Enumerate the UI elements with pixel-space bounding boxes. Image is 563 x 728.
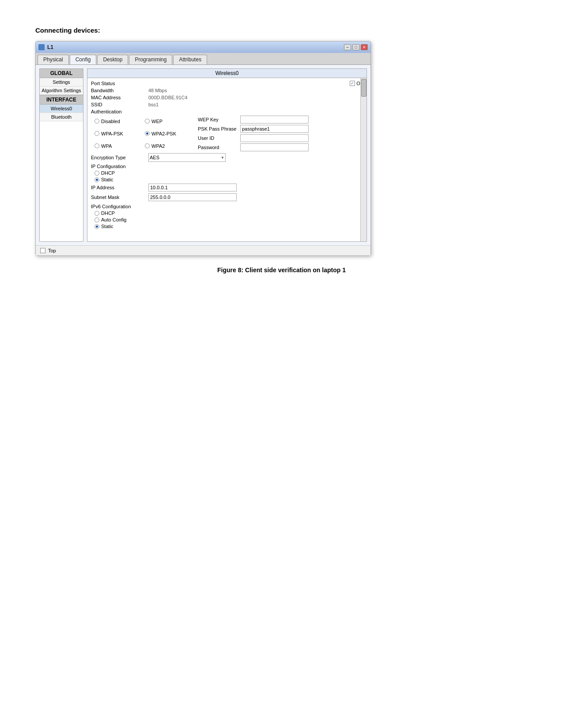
window-title: L1 — [47, 44, 53, 50]
close-button[interactable]: ✕ — [361, 44, 368, 50]
sidebar-item-algorithm-settings[interactable]: Algorithm Settings — [40, 86, 83, 95]
sidebar-item-settings[interactable]: Settings — [40, 78, 83, 86]
mac-address-row: MAC Address 000D.BDBE.91C4 — [91, 95, 363, 100]
tab-desktop[interactable]: Desktop — [97, 55, 128, 64]
radio-wpa-psk[interactable]: WPA-PSK — [94, 128, 143, 139]
ipv6-autoconfig-label: Auto Config — [101, 217, 126, 222]
radio-wpa-circle[interactable] — [94, 143, 99, 148]
psk-pass-phrase-label: PSK Pass Phrase — [198, 126, 238, 131]
encryption-type-label: Encryption Type — [91, 155, 148, 160]
bandwidth-row: Bandwidth 48 Mbps — [91, 88, 363, 93]
port-status-label: Port Status — [91, 81, 148, 86]
ip-static-label: Static — [101, 177, 113, 182]
subnet-mask-label: Subnet Mask — [91, 195, 148, 200]
user-id-input[interactable] — [240, 134, 309, 142]
tab-attributes[interactable]: Attributes — [173, 55, 207, 64]
radio-wpa2-psk-circle[interactable] — [145, 131, 150, 136]
ssid-row: SSID bss1 — [91, 102, 363, 107]
ssid-label: SSID — [91, 102, 148, 107]
radio-wpa2-psk[interactable]: WPA2-PSK — [145, 128, 189, 139]
radio-wep[interactable]: WEP — [145, 116, 189, 127]
sidebar-item-bluetooth[interactable]: Bluetooth — [40, 113, 83, 121]
wep-key-label: WEP Key — [198, 117, 238, 122]
ipv6-radio-autoconfig-circle[interactable] — [94, 218, 99, 222]
ipv6-radio-dhcp[interactable]: DHCP — [94, 210, 363, 216]
top-label: Top — [48, 248, 56, 253]
radio-wpa2-circle[interactable] — [145, 143, 150, 148]
ip-dhcp-label: DHCP — [101, 170, 115, 176]
panel-title: Wireless0 — [87, 69, 367, 78]
tab-bar: Physical Config Desktop Programming Attr… — [36, 53, 370, 65]
panel-body: Port Status ✓ On Bandwidth 48 Mbps MAC A… — [87, 78, 367, 241]
sidebar: GLOBAL Settings Algorithm Settings INTER… — [39, 68, 83, 242]
radio-wpa-psk-label: WPA-PSK — [101, 131, 123, 136]
cisco-window: L1 – □ ✕ Physical Config Desktop Program… — [35, 41, 371, 256]
restore-button[interactable]: □ — [352, 44, 359, 50]
ip-radio-dhcp[interactable]: DHCP — [94, 170, 363, 176]
top-checkbox[interactable] — [40, 248, 45, 253]
ipv6-radio-static[interactable]: Static — [94, 224, 363, 229]
on-checkbox-box[interactable]: ✓ — [350, 81, 355, 86]
radio-wep-circle[interactable] — [145, 119, 150, 124]
psk-pass-phrase-input[interactable] — [240, 125, 309, 133]
interface-header: INTERFACE — [40, 95, 83, 105]
title-bar-controls: – □ ✕ — [344, 44, 368, 50]
tab-physical[interactable]: Physical — [38, 55, 69, 64]
radio-wpa[interactable]: WPA — [94, 140, 143, 151]
ipv6-radio-dhcp-circle[interactable] — [94, 211, 99, 216]
mac-address-label: MAC Address — [91, 95, 148, 100]
subnet-mask-row: Subnet Mask — [91, 193, 363, 201]
title-bar-left: L1 — [38, 44, 53, 50]
radio-wpa2-psk-label: WPA2-PSK — [151, 131, 176, 136]
ip-radio-dhcp-circle[interactable] — [94, 171, 99, 176]
encryption-type-row: Encryption Type AES ▼ — [91, 153, 363, 162]
port-status-row: Port Status ✓ On — [91, 81, 363, 86]
scrollbar-thumb[interactable] — [361, 79, 367, 97]
page-heading: Connecting devices: — [35, 26, 528, 34]
radio-wpa2[interactable]: WPA2 — [145, 140, 189, 151]
encryption-type-value: AES — [150, 155, 159, 160]
encryption-type-select[interactable]: AES ▼ — [148, 153, 226, 162]
figure-caption: Figure 8: Client side verification on la… — [35, 266, 528, 274]
title-bar: L1 – □ ✕ — [36, 41, 370, 53]
ip-address-row: IP Address — [91, 184, 363, 191]
password-input[interactable] — [240, 143, 309, 151]
ipv6-radio-autoconfig[interactable]: Auto Config — [94, 217, 363, 222]
ip-configuration-label: IP Configuration — [91, 164, 363, 169]
ip-address-label: IP Address — [91, 185, 148, 190]
user-id-label: User ID — [198, 135, 238, 141]
ipv6-dhcp-label: DHCP — [101, 210, 115, 216]
tab-config[interactable]: Config — [70, 55, 97, 64]
radio-disabled-circle[interactable] — [94, 119, 99, 124]
authentication-label: Authentication — [91, 109, 363, 114]
tab-programming[interactable]: Programming — [129, 55, 172, 64]
radio-wpa-psk-circle[interactable] — [94, 131, 99, 136]
global-header: GLOBAL — [40, 69, 83, 78]
sidebar-item-wireless0[interactable]: Wireless0 — [40, 105, 83, 113]
minimize-button[interactable]: – — [344, 44, 351, 50]
radio-wep-label: WEP — [151, 119, 162, 124]
radio-disabled[interactable]: Disabled — [94, 116, 143, 127]
bottom-bar: Top — [36, 245, 370, 255]
password-label: Password — [198, 145, 238, 150]
wep-key-input[interactable] — [240, 116, 309, 124]
radio-wpa2-label: WPA2 — [151, 143, 165, 149]
bandwidth-value: 48 Mbps — [148, 88, 167, 93]
ssid-value: bss1 — [148, 102, 159, 107]
ip-radio-static[interactable]: Static — [94, 177, 363, 182]
bandwidth-label: Bandwidth — [91, 88, 148, 93]
mac-address-value: 000D.BDBE.91C4 — [148, 95, 188, 100]
ipv6-static-label: Static — [101, 224, 113, 229]
radio-disabled-label: Disabled — [101, 119, 120, 124]
app-icon — [38, 44, 45, 50]
ipv6-radio-static-circle[interactable] — [94, 224, 99, 229]
subnet-mask-input[interactable] — [148, 193, 237, 201]
main-content: GLOBAL Settings Algorithm Settings INTER… — [36, 65, 370, 245]
scrollbar-track[interactable] — [360, 78, 367, 241]
radio-wpa-label: WPA — [101, 143, 112, 149]
select-arrow-icon: ▼ — [221, 156, 224, 160]
ip-radio-static-circle[interactable] — [94, 177, 99, 182]
ipv6-configuration-label: IPv6 Configuration — [91, 204, 363, 209]
ip-address-input[interactable] — [148, 184, 237, 191]
panel-scroll-wrapper: Port Status ✓ On Bandwidth 48 Mbps MAC A… — [87, 78, 367, 241]
